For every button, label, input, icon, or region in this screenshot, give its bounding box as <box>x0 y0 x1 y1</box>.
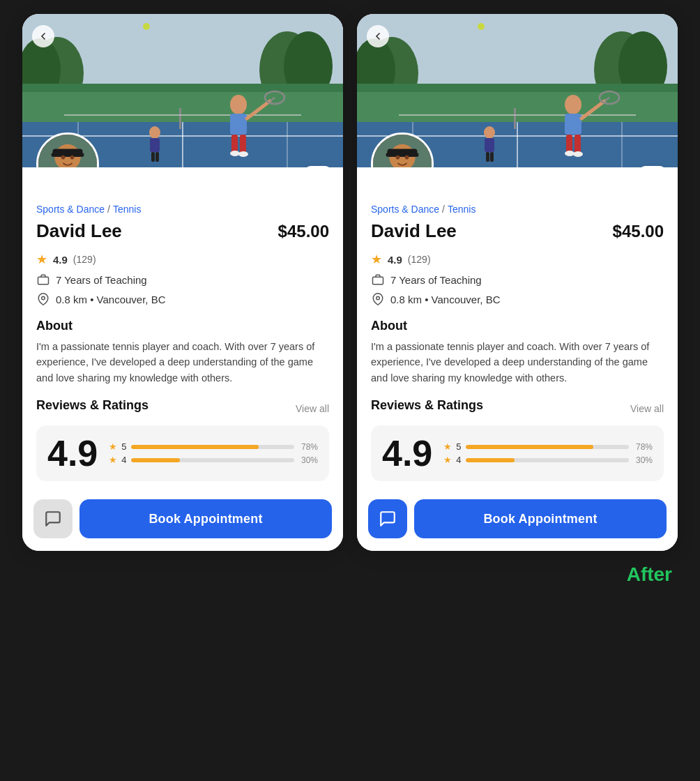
breadcrumb-category[interactable]: Sports & Dance <box>36 204 105 215</box>
star-icon: ★ <box>36 252 47 267</box>
hero-image <box>357 14 678 167</box>
svg-point-37 <box>42 296 45 300</box>
bar-num: 5 <box>121 441 127 452</box>
bar-star-icon: ★ <box>109 455 117 465</box>
svg-point-75 <box>376 296 380 300</box>
rating-score: 4.9 <box>53 254 68 266</box>
svg-rect-74 <box>373 277 383 285</box>
svg-rect-71 <box>386 153 419 157</box>
location-text: 0.8 km • Vancouver, BC <box>390 294 501 305</box>
svg-rect-17 <box>240 135 246 154</box>
back-button[interactable] <box>367 25 389 47</box>
svg-point-35 <box>70 156 75 160</box>
breadcrumb: Sports & Dance / Tennis <box>36 204 329 215</box>
reviews-title: Reviews & Ratings <box>371 398 483 413</box>
ratings-box: 4.9 ★ 5 78% ★ <box>36 425 329 481</box>
bar-track <box>131 458 294 462</box>
briefcase-icon <box>371 273 385 287</box>
card-body: Sports & Dance / Tennis David Lee $45.00… <box>22 167 343 490</box>
coach-name: David Lee <box>36 220 122 242</box>
svg-point-57 <box>573 151 583 157</box>
bar-row-5: ★ 5 78% <box>109 441 318 452</box>
bar-fill <box>131 458 180 462</box>
big-rating: 4.9 <box>382 435 432 471</box>
rating-row: ★ 4.9 (129) <box>371 252 664 267</box>
breadcrumb-separator: / <box>107 204 110 215</box>
message-button[interactable] <box>368 499 407 538</box>
bar-num: 4 <box>121 455 127 465</box>
svg-point-14 <box>230 95 247 114</box>
bar-row-4: ★ 4 30% <box>443 455 653 465</box>
action-bar: Book Appointment <box>357 490 678 551</box>
reviews-section: Reviews & Ratings View all 4.9 ★ 5 <box>36 398 329 481</box>
bar-fill <box>466 458 515 462</box>
rating-bars: ★ 5 78% ★ 4 <box>443 441 653 465</box>
bar-star-icon: ★ <box>443 455 452 465</box>
svg-rect-63 <box>485 138 494 152</box>
rating-bars: ★ 5 78% ★ 4 <box>109 441 318 465</box>
svg-point-23 <box>143 23 150 30</box>
svg-rect-15 <box>230 114 247 135</box>
bookmark-button[interactable] <box>639 166 667 167</box>
bar-pct: 30% <box>633 455 653 465</box>
rating-count: (129) <box>73 254 96 265</box>
reviews-header: Reviews & Ratings View all <box>371 398 664 418</box>
location-row: 0.8 km • Vancouver, BC <box>371 292 664 306</box>
view-all-link[interactable]: View all <box>630 403 664 414</box>
bar-pct: 78% <box>633 442 653 452</box>
svg-rect-50 <box>514 108 516 129</box>
bar-track <box>466 445 629 449</box>
bar-row-4: ★ 4 30% <box>109 455 318 465</box>
breadcrumb: Sports & Dance / Tennis <box>371 204 664 215</box>
bar-num: 4 <box>456 455 462 465</box>
ratings-box: 4.9 ★ 5 78% ★ <box>371 425 664 481</box>
svg-point-18 <box>230 151 240 156</box>
coach-price: $45.00 <box>613 222 664 241</box>
breadcrumb-subcategory[interactable]: Tennis <box>113 204 141 215</box>
about-text: I'm a passionate tennis player and coach… <box>36 339 329 386</box>
svg-point-52 <box>565 95 581 114</box>
svg-rect-27 <box>155 152 159 162</box>
coach-meta: ★ 4.9 (129) 7 Years of Teaching <box>36 252 329 306</box>
card-before: Sports & Dance / Tennis David Lee $45.00… <box>22 14 343 551</box>
svg-rect-64 <box>486 152 489 162</box>
breadcrumb-category[interactable]: Sports & Dance <box>371 204 439 215</box>
message-button[interactable] <box>33 499 73 538</box>
bar-pct: 78% <box>298 442 318 452</box>
svg-rect-53 <box>565 114 581 135</box>
bar-star-icon: ★ <box>109 441 117 452</box>
svg-point-62 <box>484 126 495 139</box>
coach-name: David Lee <box>371 220 457 242</box>
bar-row-5: ★ 5 78% <box>443 441 653 452</box>
page-wrapper: Sports & Dance / Tennis David Lee $45.00… <box>7 14 693 586</box>
bar-fill <box>131 445 258 449</box>
back-button[interactable] <box>32 25 54 47</box>
svg-point-19 <box>238 151 248 157</box>
svg-rect-44 <box>357 84 678 92</box>
book-appointment-button[interactable]: Book Appointment <box>79 499 332 538</box>
book-appointment-button[interactable]: Book Appointment <box>414 499 667 538</box>
reviews-title: Reviews & Ratings <box>36 398 149 413</box>
svg-point-56 <box>565 151 575 156</box>
breadcrumb-separator: / <box>442 204 445 215</box>
location-text: 0.8 km • Vancouver, BC <box>56 294 166 305</box>
about-title: About <box>36 319 329 333</box>
bar-fill <box>466 445 593 449</box>
svg-rect-26 <box>151 152 155 162</box>
big-rating: 4.9 <box>47 435 98 471</box>
bar-pct: 30% <box>298 455 318 465</box>
card-body: Sports & Dance / Tennis David Lee $45.00… <box>357 167 678 490</box>
experience-text: 7 Years of Teaching <box>56 274 147 286</box>
star-icon: ★ <box>371 252 382 267</box>
view-all-link[interactable]: View all <box>296 403 329 414</box>
breadcrumb-subcategory[interactable]: Tennis <box>448 204 475 215</box>
svg-point-73 <box>405 156 409 160</box>
coach-price: $45.00 <box>278 222 329 241</box>
location-icon <box>371 292 385 306</box>
bookmark-button[interactable] <box>304 166 332 167</box>
location-icon <box>36 292 50 306</box>
svg-rect-12 <box>179 108 181 129</box>
rating-score: 4.9 <box>388 254 402 266</box>
bar-track <box>466 458 629 462</box>
about-title: About <box>371 319 664 333</box>
